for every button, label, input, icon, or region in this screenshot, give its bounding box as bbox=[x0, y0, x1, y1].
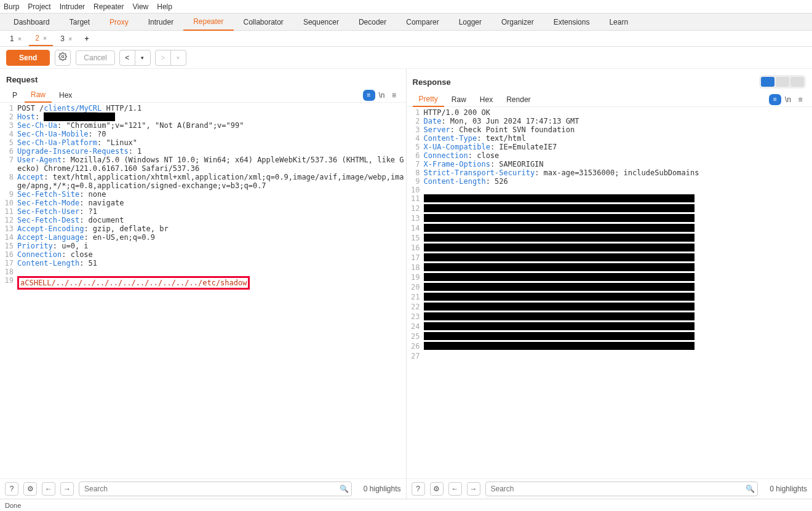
menu-intruder[interactable]: Intruder bbox=[60, 2, 85, 11]
code-line: 21 bbox=[407, 293, 813, 303]
tab-target[interactable]: Target bbox=[60, 14, 100, 30]
code-line: 17 bbox=[407, 253, 813, 263]
history-forward-menu-button[interactable]: ▾ bbox=[170, 50, 186, 66]
line-number: 25 bbox=[407, 332, 424, 342]
line-text: Sec-Fetch-User: ?1 bbox=[17, 207, 406, 216]
line-text: X-Frame-Options: SAMEORIGIN bbox=[424, 160, 813, 168]
code-line: 16Connection: close bbox=[0, 250, 406, 259]
inspector-toggle[interactable]: ≡ bbox=[769, 94, 781, 105]
viewtab-render[interactable]: Render bbox=[500, 93, 536, 106]
tab-comparer[interactable]: Comparer bbox=[396, 14, 448, 30]
layout-combined-button[interactable] bbox=[790, 77, 804, 87]
tab-learn[interactable]: Learn bbox=[599, 14, 638, 30]
tab-proxy[interactable]: Proxy bbox=[100, 14, 138, 30]
close-icon[interactable]: × bbox=[68, 35, 72, 42]
line-text: Connection: close bbox=[424, 151, 813, 160]
line-text bbox=[424, 283, 813, 293]
subtab-3[interactable]: 3× bbox=[54, 32, 78, 46]
viewtab-p[interactable]: P bbox=[6, 89, 23, 102]
search-next-button[interactable]: → bbox=[467, 482, 480, 496]
tab-decoder[interactable]: Decoder bbox=[349, 14, 396, 30]
gear-icon: ⚙ bbox=[27, 485, 34, 493]
subtab-2[interactable]: 2× bbox=[29, 31, 53, 46]
line-number: 15 bbox=[0, 242, 17, 250]
search-prev-button[interactable]: ← bbox=[42, 482, 55, 496]
history-back-button[interactable]: < bbox=[119, 50, 135, 66]
menu-help[interactable]: Help bbox=[157, 2, 172, 11]
line-number: 17 bbox=[0, 259, 17, 267]
viewtab-hex[interactable]: Hex bbox=[474, 93, 499, 106]
newline-toggle[interactable]: \n bbox=[376, 90, 388, 101]
subtab-1[interactable]: 1× bbox=[4, 32, 28, 46]
tab-sequencer[interactable]: Sequencer bbox=[293, 14, 349, 30]
request-editor[interactable]: 1POST /clients/MyCRL HTTP/1.12Host: ████… bbox=[0, 103, 406, 478]
settings-button[interactable]: ⚙ bbox=[430, 482, 444, 496]
code-line: 1HTTP/1.0 200 OK bbox=[407, 108, 813, 117]
request-search-input[interactable] bbox=[79, 481, 352, 496]
viewtab-hex[interactable]: Hex bbox=[53, 89, 78, 102]
viewtab-raw[interactable]: Raw bbox=[25, 88, 52, 103]
line-text bbox=[424, 352, 813, 360]
line-text bbox=[424, 263, 813, 273]
line-number: 3 bbox=[0, 121, 17, 130]
request-highlights-count: 0 highlights bbox=[364, 485, 401, 493]
history-forward-group: > ▾ bbox=[156, 50, 186, 66]
tab-intruder[interactable]: Intruder bbox=[138, 14, 183, 30]
tab-logger[interactable]: Logger bbox=[449, 14, 492, 30]
tab-dashboard[interactable]: Dashboard bbox=[4, 14, 60, 30]
layout-vertical-button[interactable] bbox=[761, 77, 774, 87]
line-number: 22 bbox=[407, 303, 424, 312]
viewtab-raw[interactable]: Raw bbox=[445, 93, 472, 106]
search-next-button[interactable]: → bbox=[60, 482, 74, 496]
menu-view[interactable]: View bbox=[132, 2, 148, 11]
line-text bbox=[424, 332, 813, 342]
add-tab-button[interactable]: + bbox=[79, 34, 94, 43]
send-button[interactable]: Send bbox=[6, 50, 50, 66]
layout-horizontal-button[interactable] bbox=[776, 77, 789, 87]
viewtab-pretty[interactable]: Pretty bbox=[413, 92, 444, 107]
line-number: 13 bbox=[407, 214, 424, 224]
code-line: 2Date: Mon, 03 Jun 2024 17:47:13 GMT bbox=[407, 117, 813, 125]
newline-icon: \n bbox=[785, 95, 791, 104]
search-icon: 🔍 bbox=[340, 485, 349, 493]
close-icon[interactable]: × bbox=[43, 34, 47, 42]
history-back-menu-button[interactable]: ▾ bbox=[135, 50, 151, 66]
line-number: 7 bbox=[407, 160, 424, 168]
code-line: 9Sec-Fetch-Site: none bbox=[0, 190, 406, 199]
target-settings-button[interactable] bbox=[55, 50, 71, 66]
line-text: Content-Length: 51 bbox=[17, 259, 406, 267]
newline-toggle[interactable]: \n bbox=[782, 94, 794, 105]
line-text: Content-Length: 526 bbox=[424, 177, 813, 186]
message-actions-button[interactable]: ≡ bbox=[389, 90, 400, 101]
code-line: 14Accept-Language: en-US,en;q=0.9 bbox=[0, 233, 406, 242]
help-button[interactable]: ? bbox=[412, 482, 425, 496]
code-line: 5Sec-Ch-Ua-Platform: "Linux" bbox=[0, 138, 406, 147]
tab-organizer[interactable]: Organizer bbox=[492, 14, 544, 30]
menu-project[interactable]: Project bbox=[28, 2, 50, 11]
code-line: 26 bbox=[407, 342, 813, 352]
menu-icon: ≡ bbox=[392, 91, 396, 100]
response-viewer[interactable]: 1HTTP/1.0 200 OK2Date: Mon, 03 Jun 2024 … bbox=[407, 107, 813, 478]
search-prev-button[interactable]: ← bbox=[448, 482, 462, 496]
menu-burp[interactable]: Burp bbox=[4, 2, 19, 11]
code-line: 10 bbox=[407, 186, 813, 194]
history-back-group: < ▾ bbox=[120, 50, 151, 66]
message-actions-button[interactable]: ≡ bbox=[795, 94, 806, 105]
code-line: 6Upgrade-Insecure-Requests: 1 bbox=[0, 147, 406, 156]
tab-extensions[interactable]: Extensions bbox=[544, 14, 600, 30]
history-forward-button[interactable]: > bbox=[155, 50, 171, 66]
line-text: aCSHELL/../../../../../../../../../../..… bbox=[17, 276, 406, 290]
settings-button[interactable]: ⚙ bbox=[23, 482, 37, 496]
response-search-input[interactable] bbox=[485, 481, 758, 496]
inspector-toggle[interactable]: ≡ bbox=[363, 90, 375, 101]
code-line: 3Server: Check Point SVN foundation bbox=[407, 125, 813, 134]
request-pane: Request PRawHex ≡ \n ≡ 1POST /clients/My… bbox=[0, 69, 407, 499]
help-button[interactable]: ? bbox=[5, 482, 18, 496]
close-icon[interactable]: × bbox=[18, 35, 22, 42]
tab-repeater[interactable]: Repeater bbox=[183, 14, 233, 31]
menu-repeater[interactable]: Repeater bbox=[94, 2, 124, 11]
code-line: 13Accept-Encoding: gzip, deflate, br bbox=[0, 224, 406, 233]
tab-collaborator[interactable]: Collaborator bbox=[234, 14, 293, 30]
cancel-button[interactable]: Cancel bbox=[76, 50, 114, 65]
action-toolbar: Send Cancel < ▾ > ▾ bbox=[0, 47, 812, 69]
